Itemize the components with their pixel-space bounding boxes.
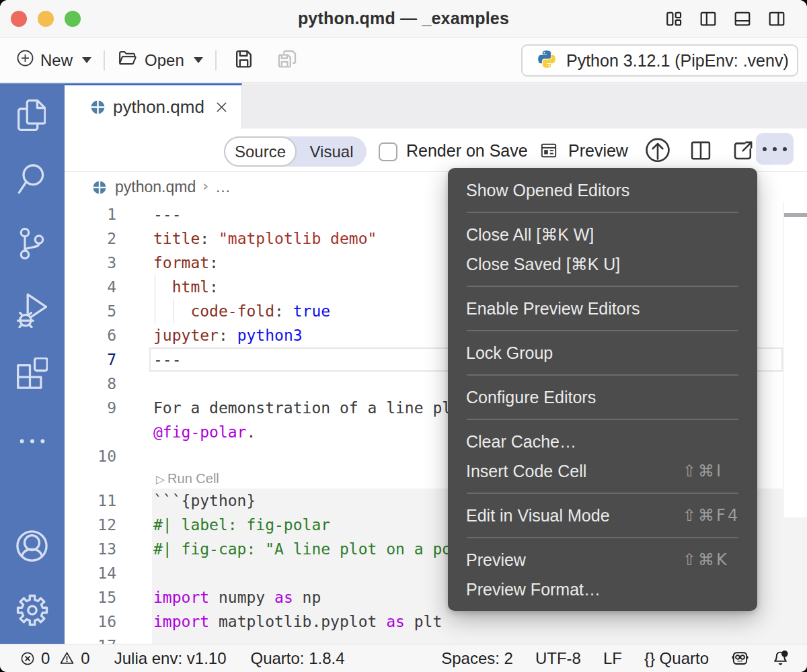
extensions-icon[interactable]: [17, 358, 46, 387]
save-button[interactable]: [233, 48, 254, 73]
quarto-file-icon: [92, 180, 107, 195]
source-control-icon[interactable]: [20, 228, 49, 257]
layout-controls: [665, 0, 785, 38]
quarto-file-icon: [90, 99, 106, 115]
overview-ruler-marker: [784, 213, 807, 217]
line-number: 12: [65, 513, 116, 537]
warning-count: 0: [81, 649, 89, 668]
editor-action-bar: Source Visual Render on Save Preview: [65, 129, 807, 172]
assistant-icon[interactable]: [731, 649, 749, 667]
more-actions-button[interactable]: [756, 133, 794, 165]
menu-separator: [467, 419, 738, 420]
line-number: 13: [65, 537, 116, 561]
code-line: code-fold: true: [153, 299, 330, 323]
breadcrumb-symbol[interactable]: …: [215, 178, 232, 196]
menu-item[interactable]: Clear Cache…: [448, 427, 757, 456]
statusbar-right-group: Spaces: 2 UTF-8 LF {} Quarto: [441, 649, 790, 668]
toolbar-divider: [104, 50, 105, 71]
menu-item[interactable]: Preview Format…: [448, 575, 757, 604]
source-visual-toggle: Source Visual: [224, 136, 367, 167]
menu-separator: [467, 374, 738, 376]
menu-item[interactable]: Insert Code Cell⇧⌘I: [448, 456, 757, 486]
menu-item-shortcut: ⇧⌘K: [683, 545, 729, 575]
scrollbar-gutter-border: [783, 202, 783, 517]
visual-mode-button[interactable]: Visual: [297, 136, 367, 167]
menu-item-shortcut: ⇧⌘I: [683, 456, 723, 486]
notifications-bell-icon[interactable]: [771, 649, 790, 667]
editor-context-menu: Show Opened EditorsClose All [⌘K W]Close…: [448, 168, 757, 611]
interpreter-selector-button[interactable]: Python 3.12.1 (PipEnv: .venv): [521, 44, 798, 77]
split-editor-layout-icon[interactable]: [699, 10, 717, 28]
split-editor-icon[interactable]: [689, 129, 713, 172]
code-line: title: "matplotlib demo": [153, 226, 377, 251]
line-number: 1: [65, 202, 116, 226]
save-all-icon: [276, 48, 298, 73]
preview-button[interactable]: Preview: [568, 129, 628, 172]
settings-gear-icon[interactable]: [16, 594, 46, 624]
line-number: 11: [65, 489, 116, 513]
menu-item[interactable]: Preview⇧⌘K: [448, 545, 757, 575]
breadcrumb-file[interactable]: python.qmd: [115, 178, 196, 196]
code-line: ```{python}: [153, 489, 256, 513]
more-actions-icon[interactable]: [19, 435, 48, 465]
tab-python-qmd[interactable]: python.qmd: [65, 83, 242, 129]
explorer-icon[interactable]: [17, 99, 47, 129]
interpreter-label: Python 3.12.1 (PipEnv: .venv): [566, 51, 789, 71]
preview-report-icon[interactable]: [540, 129, 558, 172]
new-button-label: New: [40, 51, 73, 70]
line-number: 15: [65, 585, 116, 610]
panel-layout-icon[interactable]: [734, 10, 751, 28]
menu-item[interactable]: Configure Editors: [448, 382, 757, 412]
new-plus-icon: [17, 50, 34, 71]
run-cell-codelens[interactable]: ▷Run Cell: [156, 468, 219, 489]
menu-item-shortcut: ⇧⌘F4: [683, 501, 740, 530]
menu-item[interactable]: Close Saved [⌘K U]: [448, 249, 757, 279]
menu-separator: [467, 537, 738, 538]
open-dropdown-caret-icon: [194, 57, 203, 63]
problems-status[interactable]: 0 0: [20, 649, 90, 668]
line-number: 3: [65, 251, 116, 275]
menu-separator: [467, 330, 738, 331]
menu-item[interactable]: Enable Preview Editors: [448, 294, 757, 323]
menu-item[interactable]: Close All [⌘K W]: [448, 220, 757, 249]
quarto-version-status[interactable]: Quarto: 1.8.4: [251, 649, 345, 668]
source-mode-button[interactable]: Source: [224, 136, 297, 167]
menu-separator: [467, 286, 738, 287]
code-line: import matplotlib.pyplot as plt: [153, 610, 442, 634]
close-tab-icon[interactable]: [214, 99, 229, 115]
run-cell-triangle-icon: ▷: [156, 472, 165, 486]
indentation-status[interactable]: Spaces: 2: [441, 649, 513, 668]
code-cell-background: [783, 517, 807, 644]
line-number: 17: [65, 634, 116, 644]
encoding-status[interactable]: UTF-8: [535, 649, 581, 668]
code-line: format:: [153, 251, 219, 275]
customize-layout-icon[interactable]: [665, 10, 683, 28]
new-button[interactable]: New: [17, 50, 91, 71]
language-mode-status[interactable]: {} Quarto: [644, 649, 709, 668]
code-line: jupyter: python3: [153, 323, 303, 347]
search-icon[interactable]: [17, 163, 46, 193]
render-publish-icon[interactable]: [644, 129, 672, 172]
save-icon: [233, 48, 254, 73]
julia-env-status[interactable]: Julia env: v1.10: [114, 649, 227, 668]
menu-item[interactable]: Lock Group: [448, 338, 757, 368]
statusbar-left-group: 0 0 Julia env: v1.10 Quarto: 1.8.4: [20, 649, 345, 668]
open-in-new-window-icon[interactable]: [731, 129, 755, 172]
secondary-sidebar-layout-icon[interactable]: [768, 10, 785, 28]
titlebar: python.qmd — _examples: [0, 0, 807, 38]
ellipsis-dot: [763, 147, 767, 151]
menu-item[interactable]: Show Opened Editors: [448, 175, 757, 205]
account-icon[interactable]: [16, 530, 46, 560]
action-bar: New Open: [0, 38, 807, 83]
line-number: 4: [65, 275, 116, 299]
save-all-button[interactable]: [276, 48, 298, 73]
breadcrumb-chevron-icon: ›: [202, 177, 208, 194]
menu-item[interactable]: Edit in Visual Mode⇧⌘F4: [448, 501, 757, 530]
eol-status[interactable]: LF: [603, 649, 622, 668]
run-and-debug-icon[interactable]: [17, 293, 46, 323]
line-number: 8: [65, 372, 116, 396]
render-on-save-checkbox[interactable]: [379, 142, 397, 161]
line-number: 16: [65, 610, 116, 634]
open-button[interactable]: Open: [117, 48, 203, 73]
error-count: 0: [41, 649, 50, 668]
